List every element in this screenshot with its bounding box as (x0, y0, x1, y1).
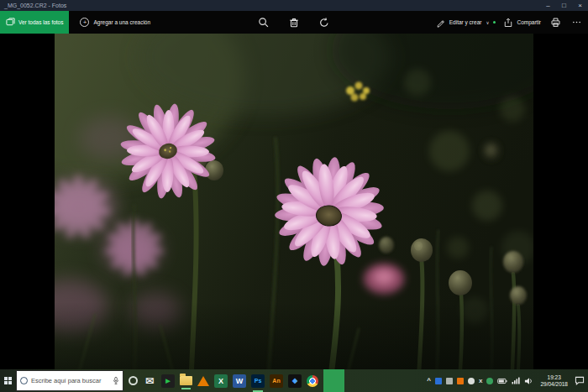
view-all-photos-label: Ver todas las fotos (18, 19, 63, 25)
volume-icon[interactable] (524, 377, 533, 385)
window-controls: – □ × (540, 0, 588, 11)
clock-time: 19:23 (540, 374, 568, 381)
taskbar-search-box[interactable] (16, 370, 123, 391)
word-icon[interactable]: W (233, 374, 246, 388)
search-input[interactable] (31, 377, 109, 384)
photo-gallery-icon (6, 18, 15, 27)
task-view-icon[interactable] (129, 376, 138, 385)
clock-date: 29/04/2018 (540, 381, 568, 388)
rotate-button[interactable] (318, 16, 331, 29)
magnifier-icon (258, 17, 270, 29)
printer-icon (550, 17, 561, 28)
close-button[interactable]: × (572, 0, 588, 11)
chevron-down-icon: ∨ (486, 20, 489, 25)
center-tools (257, 16, 331, 29)
vlc-icon[interactable] (197, 376, 209, 386)
tray-blue-app-icon[interactable] (435, 378, 442, 384)
excel-icon[interactable]: X (214, 374, 228, 388)
start-button[interactable] (0, 369, 16, 392)
edit-pencil-icon (436, 18, 446, 28)
tray-dark-app-icon[interactable]: x (479, 378, 482, 384)
titlebar: _MG_0052.CR2 - Fotos – □ × (0, 0, 588, 11)
new-feature-dot (493, 21, 496, 24)
share-icon (503, 18, 513, 28)
right-tools: Editar y crear ∨ Compartir (436, 16, 588, 29)
hidden-icons-chevron-icon[interactable]: ^ (427, 378, 431, 384)
tray-gray-app-icon[interactable] (446, 378, 453, 384)
diamond-app-icon[interactable]: ◆ (288, 374, 302, 388)
photos-toolbar: Ver todas las fotos + Agregar a una crea… (0, 11, 588, 34)
edit-create-button[interactable]: Editar y crear ∨ (436, 18, 496, 28)
windows-logo-icon (4, 377, 12, 384)
movies-tv-icon[interactable]: ▶ (161, 374, 175, 388)
share-label: Compartir (517, 19, 541, 25)
minimize-button[interactable]: – (540, 0, 556, 11)
microphone-icon[interactable] (113, 376, 119, 385)
photo-viewer (0, 34, 588, 369)
add-to-creation-label: Agregar a una creación (93, 19, 150, 25)
view-all-photos-button[interactable]: Ver todas las fotos (0, 11, 69, 34)
ellipsis-icon (571, 17, 582, 28)
animate-icon[interactable]: An (270, 374, 283, 388)
taskbar: ✉▶XWPsAn◆ ^x 19:23 29/04/2018 (0, 369, 588, 392)
add-to-creation-button[interactable]: + Agregar a una creación (80, 18, 150, 27)
network-icon[interactable] (512, 377, 520, 384)
zoom-button[interactable] (257, 16, 270, 29)
tray-light-app-icon[interactable] (468, 378, 475, 384)
see-more-button[interactable] (570, 16, 583, 29)
taskbar-apps: ✉▶XWPsAn◆ (129, 369, 344, 392)
tray-orange-app-icon[interactable] (457, 378, 464, 384)
file-explorer-icon[interactable] (180, 376, 192, 385)
delete-button[interactable] (287, 16, 301, 29)
chrome-icon[interactable] (307, 375, 318, 387)
print-button[interactable] (549, 16, 562, 29)
system-tray: ^x 19:23 29/04/2018 (427, 374, 588, 388)
edit-create-label: Editar y crear (449, 19, 482, 25)
photo-canvas[interactable] (55, 34, 533, 369)
battery-icon[interactable] (497, 378, 507, 384)
daisy-photo-illustration (55, 34, 533, 369)
rotate-icon (318, 17, 330, 29)
window-title: _MG_0052.CR2 - Fotos (0, 3, 66, 8)
photos-icon[interactable] (323, 369, 344, 392)
photoshop-icon[interactable]: Ps (251, 374, 265, 388)
tray-green-app-icon[interactable] (486, 378, 493, 384)
trash-icon (288, 17, 300, 29)
cortana-ring-icon (20, 377, 28, 384)
maximize-button[interactable]: □ (556, 0, 572, 11)
share-button[interactable]: Compartir (503, 18, 541, 28)
taskbar-clock[interactable]: 19:23 29/04/2018 (538, 374, 570, 388)
mail-icon[interactable]: ✉ (143, 374, 156, 388)
action-center-icon[interactable] (575, 376, 585, 385)
circled-plus-icon: + (80, 18, 89, 27)
